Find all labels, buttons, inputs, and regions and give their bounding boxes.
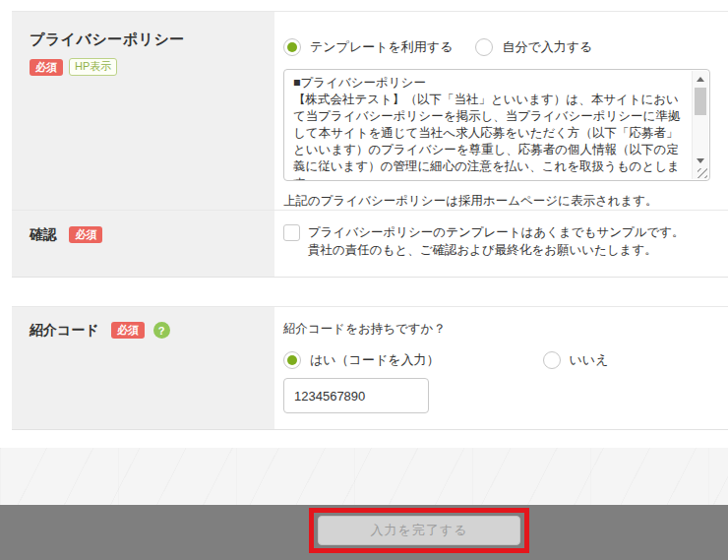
- radio-selected-icon[interactable]: [283, 351, 301, 369]
- referral-label-cell: 紹介コード 必須 ?: [12, 307, 274, 429]
- privacy-policy-textarea[interactable]: ■プライバシーポリシー 【株式会社テスト】（以下「当社」といいます）は、本サイト…: [283, 69, 710, 181]
- radio-self-input[interactable]: 自分で入力する: [475, 38, 592, 56]
- referral-code-label: 紹介コード: [30, 322, 99, 340]
- radio-yes-label: はい（コードを入力）: [310, 351, 440, 369]
- referral-question: 紹介コードをお持ちですか？: [283, 321, 710, 338]
- help-icon[interactable]: ?: [153, 322, 170, 339]
- confirm-row: 確認 必須 プライバシーポリシーのテンプレートはあくまでもサンプルです。 貴社の…: [12, 210, 728, 277]
- radio-selected-icon[interactable]: [283, 38, 301, 56]
- radio-use-template-label: テンプレートを利用する: [310, 38, 453, 56]
- privacy-policy-label-cell: プライバシーポリシー 必須 HP表示: [12, 12, 274, 210]
- required-badge: 必須: [111, 322, 145, 339]
- referral-block: 紹介コード 必須 ? 紹介コードをお持ちですか？ はい（コードを入力） いいえ: [12, 306, 728, 430]
- confirm-label-cell: 確認 必須: [12, 211, 274, 277]
- referral-code-input[interactable]: [283, 378, 429, 413]
- privacy-policy-content-cell: テンプレートを利用する 自分で入力する ■プライバシーポリシー 【株式会社テスト…: [274, 12, 728, 210]
- hp-display-badge: HP表示: [69, 58, 117, 76]
- radio-yes[interactable]: はい（コードを入力）: [283, 351, 440, 369]
- confirm-text: プライバシーポリシーのテンプレートはあくまでもサンプルです。 貴社の責任のもと、…: [308, 223, 685, 259]
- radio-self-input-label: 自分で入力する: [502, 38, 592, 56]
- privacy-note: 上記のプライバシーポリシーは採用ホームページに表示されます。: [283, 193, 710, 210]
- radio-no[interactable]: いいえ: [543, 351, 609, 369]
- radio-unselected-icon[interactable]: [475, 38, 493, 56]
- radio-use-template[interactable]: テンプレートを利用する: [283, 38, 453, 56]
- confirm-label: 確認: [30, 226, 57, 244]
- textarea-scrollbar[interactable]: [692, 71, 708, 179]
- privacy-block: プライバシーポリシー 必須 HP表示 テンプレートを利用する 自分で入力する: [12, 11, 728, 278]
- privacy-method-radio-group: テンプレートを利用する 自分で入力する: [283, 12, 710, 56]
- referral-code-row: 紹介コード 必須 ? 紹介コードをお持ちですか？ はい（コードを入力） いいえ: [12, 307, 728, 429]
- confirm-checkbox[interactable]: [283, 224, 300, 241]
- scroll-down-icon[interactable]: [693, 154, 708, 167]
- privacy-policy-label: プライバシーポリシー: [30, 31, 259, 49]
- referral-radio-group: はい（コードを入力） いいえ: [283, 351, 710, 369]
- privacy-policy-text: ■プライバシーポリシー 【株式会社テスト】（以下「当社」といいます）は、本サイト…: [284, 70, 691, 180]
- annotation-highlight: 入力を完了する: [309, 508, 529, 553]
- confirm-text-line1: プライバシーポリシーのテンプレートはあくまでもサンプルです。: [308, 223, 685, 241]
- resize-handle-icon[interactable]: [698, 168, 707, 178]
- scrollbar-thumb[interactable]: [695, 88, 706, 115]
- submit-button[interactable]: 入力を完了する: [318, 516, 520, 545]
- required-badge: 必須: [30, 59, 63, 76]
- confirm-content-cell: プライバシーポリシーのテンプレートはあくまでもサンプルです。 貴社の責任のもと、…: [274, 211, 728, 277]
- confirm-text-line2: 貴社の責任のもと、ご確認および最終化をお願いいたします。: [308, 241, 685, 259]
- pattern-strip: [0, 448, 728, 505]
- referral-content-cell: 紹介コードをお持ちですか？ はい（コードを入力） いいえ: [274, 307, 728, 429]
- privacy-policy-row: プライバシーポリシー 必須 HP表示 テンプレートを利用する 自分で入力する: [12, 12, 728, 210]
- radio-no-label: いいえ: [570, 351, 609, 369]
- form-area: プライバシーポリシー 必須 HP表示 テンプレートを利用する 自分で入力する: [12, 11, 728, 430]
- scroll-up-icon[interactable]: [693, 72, 708, 86]
- radio-unselected-icon[interactable]: [543, 351, 561, 369]
- required-badge: 必須: [69, 226, 102, 243]
